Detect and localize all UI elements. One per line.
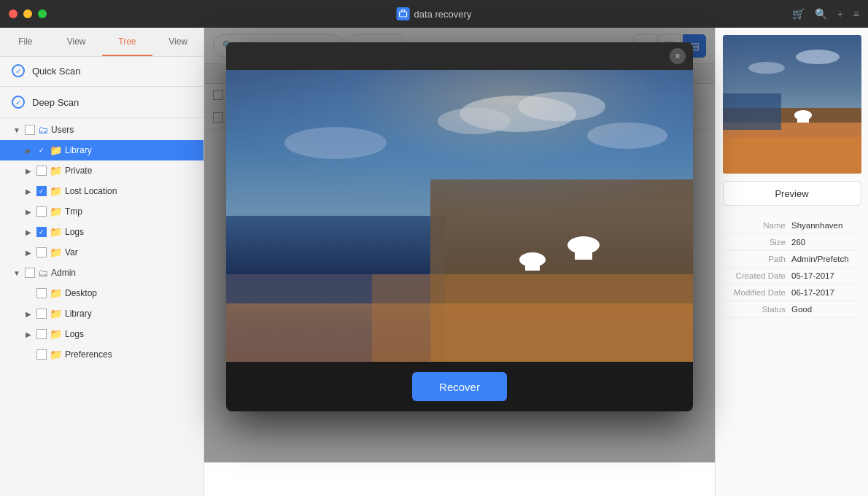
modal-header: × xyxy=(226,42,693,70)
maximize-traffic-light[interactable] xyxy=(38,9,47,18)
label-logs2: Logs xyxy=(65,329,84,339)
check-admin[interactable] xyxy=(25,268,35,278)
check-desktop[interactable] xyxy=(36,288,47,298)
thumbnail-image xyxy=(723,35,861,174)
svg-point-21 xyxy=(748,62,785,74)
folder-icon-var: 📁 xyxy=(50,247,62,258)
meta-val-status: Good xyxy=(791,305,812,314)
sidebar-item-private[interactable]: 📁 Private xyxy=(0,160,204,181)
sidebar-item-library2[interactable]: 📁 Library xyxy=(0,303,204,324)
tab-view[interactable]: View xyxy=(51,28,102,56)
main-content: 🔍 ⧩ Filter ⊞ ☰ ▤ Name Size Path Date xyxy=(204,28,715,496)
modal-recover-button[interactable]: Recover xyxy=(412,372,507,401)
cart-icon[interactable]: 🛒 xyxy=(792,8,805,20)
app-icon xyxy=(397,7,410,20)
svg-point-4 xyxy=(438,108,511,134)
svg-point-20 xyxy=(796,50,840,64)
sidebar-item-logs2[interactable]: 📁 Logs xyxy=(0,324,204,344)
chevron-library xyxy=(23,147,34,155)
check-lost-location[interactable] xyxy=(36,186,47,196)
right-panel: Preview Name Shyannhaven Size 260 Path A… xyxy=(715,28,868,496)
svg-point-3 xyxy=(518,92,605,121)
meta-row-size: Size 260 xyxy=(724,234,859,251)
check-tmp[interactable] xyxy=(36,206,47,217)
tab-file[interactable]: File xyxy=(0,28,51,56)
svg-rect-0 xyxy=(400,12,407,17)
app-title: data recovery xyxy=(397,7,472,20)
chevron-lost-location xyxy=(23,187,34,195)
meta-row-status: Status Good xyxy=(724,301,859,318)
folder-icon-logs2: 📁 xyxy=(50,328,62,340)
chevron-var xyxy=(23,249,34,257)
check-library2[interactable] xyxy=(36,309,47,319)
close-traffic-light[interactable] xyxy=(9,9,18,18)
check-logs2[interactable] xyxy=(36,329,47,339)
chevron-private xyxy=(23,167,34,175)
meta-val-size: 260 xyxy=(791,238,805,247)
tab-tree[interactable]: Tree xyxy=(102,28,153,56)
tab-view2[interactable]: View xyxy=(152,28,204,56)
add-icon[interactable]: + xyxy=(837,8,843,20)
label-var: Var xyxy=(65,247,78,257)
minimize-traffic-light[interactable] xyxy=(23,9,32,18)
check-private[interactable] xyxy=(36,166,47,176)
modal-close-button[interactable]: × xyxy=(670,48,686,64)
folder-icon-library2: 📁 xyxy=(50,308,62,319)
folder-icon-private: 📁 xyxy=(50,165,62,177)
check-users[interactable] xyxy=(25,125,35,135)
preview-button[interactable]: Preview xyxy=(723,181,861,206)
svg-rect-19 xyxy=(797,112,809,123)
preview-modal: × xyxy=(226,42,693,411)
meta-val-modified: 06-17-2017 xyxy=(791,288,834,297)
label-desktop: Desktop xyxy=(65,288,97,298)
meta-key-created: Created Date xyxy=(726,271,791,280)
meta-row-created: Created Date 05-17-2017 xyxy=(724,268,859,284)
sidebar-item-library[interactable]: 📁 Library xyxy=(0,140,204,160)
svg-point-6 xyxy=(587,123,667,149)
meta-val-name: Shyannhaven xyxy=(791,221,842,230)
label-library: Library xyxy=(65,145,92,155)
chevron-admin xyxy=(12,269,22,277)
svg-rect-12 xyxy=(575,241,592,260)
chevron-library2 xyxy=(23,310,34,318)
check-preferences[interactable] xyxy=(36,349,47,360)
svg-point-2 xyxy=(460,96,576,132)
folder-icon-library: 📁 xyxy=(50,144,62,156)
sidebar-item-tmp[interactable]: 📁 Tmp xyxy=(0,201,204,222)
chevron-users xyxy=(12,126,22,134)
folder-icon-lost-location: 📁 xyxy=(50,185,62,197)
sidebar-item-desktop[interactable]: 📁 Desktop xyxy=(0,283,204,303)
svg-rect-14 xyxy=(372,274,693,362)
label-users: Users xyxy=(51,125,74,135)
check-var[interactable] xyxy=(36,247,47,257)
meta-val-path: Admin/Prefetch xyxy=(791,255,849,263)
label-lost-location: Lost Location xyxy=(65,186,117,196)
svg-rect-22 xyxy=(723,93,781,130)
folder-icon-tmp: 📁 xyxy=(50,206,62,217)
check-library[interactable] xyxy=(36,145,47,155)
sidebar-item-lost-location[interactable]: 📁 Lost Location xyxy=(0,181,204,201)
label-admin: Admin xyxy=(51,268,76,278)
meta-key-name: Name xyxy=(726,221,791,230)
check-logs[interactable] xyxy=(36,227,47,237)
label-logs: Logs xyxy=(65,227,84,237)
meta-key-modified: Modified Date xyxy=(726,288,791,297)
menu-icon[interactable]: ≡ xyxy=(853,8,859,20)
sidebar: File View Tree View ✓ Quick Scan ✓ Deep … xyxy=(0,28,204,496)
folder-icon-users: 🗂 xyxy=(38,124,48,136)
search-titlebar-icon[interactable]: 🔍 xyxy=(815,8,827,20)
folder-icon-admin: 🗂 xyxy=(38,267,48,279)
sidebar-item-users[interactable]: 🗂 Users xyxy=(0,120,204,140)
deep-scan-item[interactable]: ✓ Deep Scan xyxy=(0,88,204,116)
label-preferences: Preferences xyxy=(65,349,112,360)
traffic-lights xyxy=(9,9,47,18)
sidebar-item-logs[interactable]: 📁 Logs xyxy=(0,222,204,242)
sidebar-item-admin[interactable]: 🗂 Admin xyxy=(0,263,204,283)
sidebar-item-var[interactable]: 📁 Var xyxy=(0,242,204,263)
app-body: File View Tree View ✓ Quick Scan ✓ Deep … xyxy=(0,28,868,496)
label-private: Private xyxy=(65,166,92,176)
quick-scan-item[interactable]: ✓ Quick Scan xyxy=(0,57,204,85)
modal-overlay[interactable]: × xyxy=(204,28,715,462)
sidebar-item-preferences[interactable]: 📁 Preferences xyxy=(0,344,204,365)
meta-key-status: Status xyxy=(726,305,791,314)
